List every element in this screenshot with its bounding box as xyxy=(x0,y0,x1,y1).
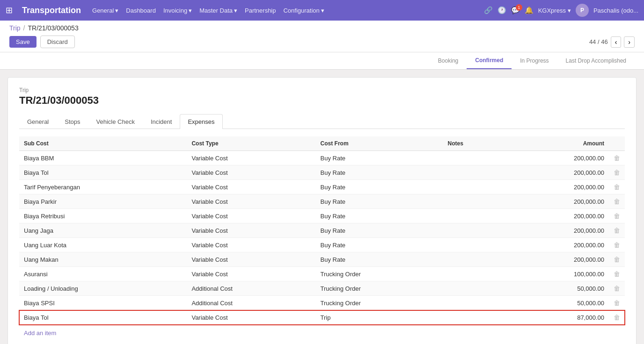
cell-cost-from: Trucking Order xyxy=(316,267,443,281)
tab-incident[interactable]: Incident xyxy=(143,114,180,129)
table-row[interactable]: Biaya Parkir Variable Cost Buy Rate 200,… xyxy=(19,194,625,209)
table-row[interactable]: Biaya Tol Variable Cost Trip 87,000.00 🗑 xyxy=(19,310,625,325)
delete-row-icon[interactable]: 🗑 xyxy=(614,227,620,234)
delete-row-icon[interactable]: 🗑 xyxy=(614,198,620,205)
table-row[interactable]: Biaya Tol Variable Cost Buy Rate 200,000… xyxy=(19,165,625,180)
nav-invoicing[interactable]: Invoicing ▾ xyxy=(163,7,192,14)
table-row[interactable]: Uang Jaga Variable Cost Buy Rate 200,000… xyxy=(19,223,625,238)
chevron-down-icon: ▾ xyxy=(115,7,118,14)
cell-delete[interactable]: 🗑 xyxy=(609,281,625,296)
delete-row-icon[interactable]: 🗑 xyxy=(614,256,620,263)
cell-cost-from: Buy Rate xyxy=(316,209,443,223)
nav-partnership[interactable]: Partnership xyxy=(245,7,276,14)
delete-row-icon[interactable]: 🗑 xyxy=(614,212,620,220)
delete-row-icon[interactable]: 🗑 xyxy=(614,169,620,176)
col-header-cost-type: Cost Type xyxy=(187,136,315,151)
cell-delete[interactable]: 🗑 xyxy=(609,238,625,252)
table-row[interactable]: Biaya Retribusi Variable Cost Buy Rate 2… xyxy=(19,209,625,223)
delete-row-icon[interactable]: 🗑 xyxy=(614,285,620,292)
add-item-link[interactable]: Add an item xyxy=(19,328,61,338)
cell-notes xyxy=(443,267,507,281)
form-tabs: General Stops Vehicle Check Incident Exp… xyxy=(19,114,625,129)
breadcrumb-parent[interactable]: Trip xyxy=(9,24,21,32)
cell-cost-from: Trucking Order xyxy=(316,296,443,310)
table-row[interactable]: Biaya BBM Variable Cost Buy Rate 200,000… xyxy=(19,151,625,165)
cell-notes xyxy=(443,165,507,180)
col-header-sub-cost: Sub Cost xyxy=(19,136,187,151)
company-selector[interactable]: KGXpress ▾ xyxy=(538,7,571,14)
nav-master-data[interactable]: Master Data ▾ xyxy=(199,7,237,14)
cell-cost-from: Trucking Order xyxy=(316,281,443,296)
table-row[interactable]: Tarif Penyeberangan Variable Cost Buy Ra… xyxy=(19,180,625,194)
cell-sub-cost: Biaya Retribusi xyxy=(19,209,187,223)
table-row[interactable]: Uang Makan Variable Cost Buy Rate 200,00… xyxy=(19,252,625,267)
tab-vehicle-check[interactable]: Vehicle Check xyxy=(88,114,143,129)
delete-row-icon[interactable]: 🗑 xyxy=(614,241,620,249)
delete-row-icon[interactable]: 🗑 xyxy=(614,183,620,191)
delete-row-icon[interactable]: 🗑 xyxy=(614,154,620,162)
chevron-down-icon: ▾ xyxy=(321,7,324,14)
delete-row-icon[interactable]: 🗑 xyxy=(614,270,620,278)
cell-cost-from: Buy Rate xyxy=(316,223,443,238)
nav-general[interactable]: General ▾ xyxy=(92,7,118,14)
breadcrumb-separator: / xyxy=(23,24,25,32)
col-header-actions xyxy=(609,136,625,151)
cell-amount: 200,000.00 xyxy=(507,194,609,209)
nav-dashboard[interactable]: Dashboard xyxy=(126,7,156,14)
col-header-amount: Amount xyxy=(507,136,609,151)
cell-notes xyxy=(443,180,507,194)
tab-stops[interactable]: Stops xyxy=(57,114,88,129)
expenses-table: Sub Cost Cost Type Cost From Notes Amoun… xyxy=(19,136,625,325)
cell-notes xyxy=(443,296,507,310)
table-row[interactable]: Biaya SPSI Additional Cost Trucking Orde… xyxy=(19,296,625,310)
cell-delete[interactable]: 🗑 xyxy=(609,223,625,238)
cell-cost-type: Variable Cost xyxy=(187,223,315,238)
cell-cost-type: Variable Cost xyxy=(187,151,315,165)
tab-expenses[interactable]: Expenses xyxy=(180,114,222,129)
status-confirmed[interactable]: Confirmed xyxy=(467,52,512,69)
save-button[interactable]: Save xyxy=(9,36,37,48)
cell-delete[interactable]: 🗑 xyxy=(609,296,625,310)
cell-amount: 50,000.00 xyxy=(507,281,609,296)
status-in-progress[interactable]: In Progress xyxy=(512,53,557,69)
table-row[interactable]: Uang Luar Kota Variable Cost Buy Rate 20… xyxy=(19,238,625,252)
cell-delete[interactable]: 🗑 xyxy=(609,209,625,223)
cell-delete[interactable]: 🗑 xyxy=(609,180,625,194)
user-menu[interactable]: Paschalis (odo... xyxy=(593,7,638,14)
cell-delete[interactable]: 🗑 xyxy=(609,267,625,281)
cell-sub-cost: Biaya Tol xyxy=(19,165,187,180)
top-navigation: ⊞ Transportation General ▾ Dashboard Inv… xyxy=(0,0,644,21)
prev-record-button[interactable]: ‹ xyxy=(611,36,622,48)
table-row[interactable]: Asuransi Variable Cost Trucking Order 10… xyxy=(19,267,625,281)
cell-sub-cost: Uang Makan xyxy=(19,252,187,267)
cell-cost-type: Variable Cost xyxy=(187,267,315,281)
status-booking[interactable]: Booking xyxy=(430,53,467,69)
nav-configuration[interactable]: Configuration ▾ xyxy=(283,7,324,14)
cell-delete[interactable]: 🗑 xyxy=(609,165,625,180)
cell-delete[interactable]: 🗑 xyxy=(609,310,625,325)
status-last-drop[interactable]: Last Drop Accomplished xyxy=(557,53,635,69)
cell-notes xyxy=(443,223,507,238)
tab-general[interactable]: General xyxy=(19,114,57,129)
chevron-down-icon: ▾ xyxy=(234,7,237,14)
next-record-button[interactable]: › xyxy=(624,36,635,48)
breadcrumb-current: TR/21/03/000053 xyxy=(28,24,78,32)
col-header-cost-from: Cost From xyxy=(316,136,443,151)
cell-amount: 50,000.00 xyxy=(507,296,609,310)
bell-icon[interactable]: 🔔 xyxy=(525,6,534,14)
clock-icon[interactable]: 🕐 xyxy=(498,6,506,14)
discard-button[interactable]: Discard xyxy=(40,36,75,48)
cell-notes xyxy=(443,281,507,296)
cell-sub-cost: Biaya BBM xyxy=(19,151,187,165)
cell-cost-from: Buy Rate xyxy=(316,194,443,209)
table-row[interactable]: Loading / Unloading Additional Cost Truc… xyxy=(19,281,625,296)
chat-icon[interactable]: 💬 1 xyxy=(511,6,520,14)
cell-delete[interactable]: 🗑 xyxy=(609,151,625,165)
cell-cost-type: Variable Cost xyxy=(187,252,315,267)
app-grid-icon[interactable]: ⊞ xyxy=(6,5,13,15)
delete-row-icon[interactable]: 🗑 xyxy=(614,314,620,321)
cell-delete[interactable]: 🗑 xyxy=(609,252,625,267)
delete-row-icon[interactable]: 🗑 xyxy=(614,299,620,307)
external-link-icon[interactable]: 🔗 xyxy=(484,6,493,14)
cell-delete[interactable]: 🗑 xyxy=(609,194,625,209)
